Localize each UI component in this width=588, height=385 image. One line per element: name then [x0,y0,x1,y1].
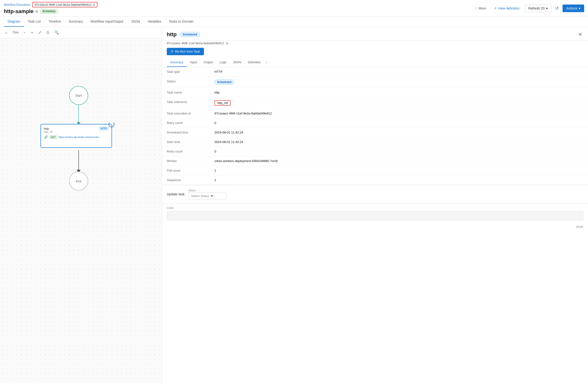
node-http-ref-text: http_ref [44,130,53,133]
detail-tab-output[interactable]: Output [200,58,216,67]
search-button[interactable]: 🔍 [52,29,61,36]
update-task-label: Update task [167,192,185,196]
link-icon: 🔗 [44,135,48,139]
code-area[interactable] [167,211,583,221]
workflow-id-row: Workflow Executions 97c19cc0-4fd9-11ef-9… [4,2,469,7]
node-http-type-badge: HTTP [99,127,109,130]
header-actions: ⋮ More ↗ View definition Refresh 20 ▾ ↺ … [472,4,584,12]
task-exec-id-text: 97c1eae1-4fd9-11ef-9e2a-9ab0a049e912 [167,41,224,45]
task-reference-box: http_ref [214,100,231,106]
row-value: 2024-08-01 11:42:24 [210,137,588,147]
node-spinner [109,122,114,127]
code-section: Code [162,203,588,223]
table-row: Task name http [162,88,588,97]
table-row: Task reference http_ref [162,97,588,109]
node-http[interactable]: http http_ref HTTP 🔗 GET https://orkes-a… [41,124,112,148]
tab-json[interactable]: JSON [127,17,144,27]
copy-workflow-id-icon[interactable]: ⧉ [93,3,95,6]
row-value: http [210,88,588,97]
row-label: Retry count [162,118,210,128]
update-task-row: Update task Status Select Status ▾ [162,185,588,203]
table-row: Task type HTTP [162,67,588,77]
row-label: Task reference [162,97,210,109]
row-label: Retry count [162,147,210,156]
node-http-url: 🔗 GET https://orkes-api-tester.orkescond… [44,135,109,139]
table-row: Task execution id 97c1eae1-4fd9-11ef-9e2… [162,109,588,118]
workflow-status-badge: RUNNING [40,9,58,14]
status-select[interactable]: Select Status ▾ [189,192,227,199]
task-status-badge-header: Scheduled [180,32,200,37]
tab-diagram[interactable]: Diagram [4,17,24,27]
summary-table: Task type HTTP Status Scheduled Task nam… [162,67,588,185]
code-label: Code [167,206,583,210]
tab-variables[interactable]: Variables [144,17,165,27]
tab-timeline[interactable]: Timeline [44,17,64,27]
diagram-panel: ⌂ 75% − + ⤢ ⎙ 🔍 [0,27,162,383]
row-label: Start time [162,137,210,147]
diagram-canvas[interactable]: Start http http_ref HTTP 🔗 GET https://o… [0,38,162,382]
tab-task-list[interactable]: Task List [24,17,44,27]
reset-button[interactable]: ↺ [554,4,560,12]
refresh-button[interactable]: Refresh 20 ▾ [525,4,551,12]
row-value: 97c1eae1-4fd9-11ef-9e2a-9ab0a049e912 [210,109,588,118]
detail-tab-logs[interactable]: Logs [216,58,230,67]
breadcrumb[interactable]: Workflow Executions [4,3,30,6]
tab-tasks-to-domain[interactable]: Tasks to Domain [165,17,197,27]
view-definition-button[interactable]: ↗ View definition [491,5,523,12]
row-value: 1 [210,175,588,185]
actions-button[interactable]: Actions ▾ [563,4,584,12]
workflow-name: http-sample [4,8,34,15]
table-row: Scheduled time 2024-08-01 11:42:24 [162,128,588,137]
tab-summary[interactable]: Summary [65,17,87,27]
row-value: orkes-workers-deployment-55b5c94965-7xrs… [210,156,588,166]
dots-icon: ⋮ [474,6,478,10]
external-link-icon: ↗ [494,6,497,10]
node-end[interactable]: End [69,172,88,191]
table-row: Poll count 1 [162,166,588,175]
fit-button[interactable]: ⤢ [36,29,43,36]
node-start[interactable]: Start [69,86,88,105]
tab-workflow-input-output[interactable]: Workflow Input/Output [87,17,127,27]
detail-tab-json[interactable]: JSON [230,58,245,67]
detail-tabs: Summary Input Output Logs JSON Definitio… [162,58,588,67]
detail-tab-input[interactable]: Input [187,58,200,67]
row-label: Task type [162,67,210,77]
row-label: Task execution id [162,109,210,118]
home-button[interactable]: ⌂ [3,29,10,36]
zoom-label: 75% [10,30,21,35]
detail-tab-definition[interactable]: Definition [244,58,264,67]
table-row: Worker orkes-workers-deployment-55b5c949… [162,156,588,166]
zoom-in-button[interactable]: + [29,29,35,36]
table-row: Start time 2024-08-01 11:42:24 [162,137,588,147]
row-label: Task name [162,88,210,97]
right-panel: http Scheduled ✕ 97c1eae1-4fd9-11ef-9e2a… [162,27,588,383]
rerun-button[interactable]: ↺ Re-Run from Task [167,48,204,55]
table-row: Status Scheduled [162,77,588,88]
right-panel-header: http Scheduled ✕ [162,27,588,40]
workflow-id-text: 97c19cc0-4fd9-11ef-9e2a-9ab0a049e912 [35,3,91,6]
status-badge: Scheduled [214,79,234,85]
workflow-name-row: http-sample ⧉ RUNNING [4,8,469,15]
url-text: https://orkes-api-tester.orkesconduc... [59,136,102,138]
detail-tab-summary[interactable]: Summary [167,58,187,67]
row-value: Scheduled [210,77,588,88]
status-select-placeholder: Select Status [191,194,210,198]
chevron-down-icon: ▾ [546,6,548,10]
node-http-header: http http_ref HTTP [44,127,109,133]
rerun-icon: ↺ [170,50,173,53]
detail-tab-more-icon[interactable]: › [264,58,269,67]
row-value: 1 [210,166,588,175]
close-button[interactable]: ✕ [577,31,583,38]
row-value: HTTP [210,67,588,77]
row-value: 0 [210,118,588,128]
actions-chevron-icon: ▾ [579,6,580,10]
more-button[interactable]: ⋮ More [472,5,489,12]
main-content: ⌂ 75% − + ⤢ ⎙ 🔍 [0,27,588,383]
print-button[interactable]: ⎙ [44,29,51,36]
table-row: Retry count 0 [162,147,588,156]
copy-exec-id-icon[interactable]: ⧉ [226,42,228,45]
row-label: Sequence [162,175,210,185]
main-tabs: Diagram Task List Timeline Summary Workf… [0,17,588,27]
copy-name-icon[interactable]: ⧉ [36,10,38,14]
zoom-out-button[interactable]: − [21,29,28,36]
